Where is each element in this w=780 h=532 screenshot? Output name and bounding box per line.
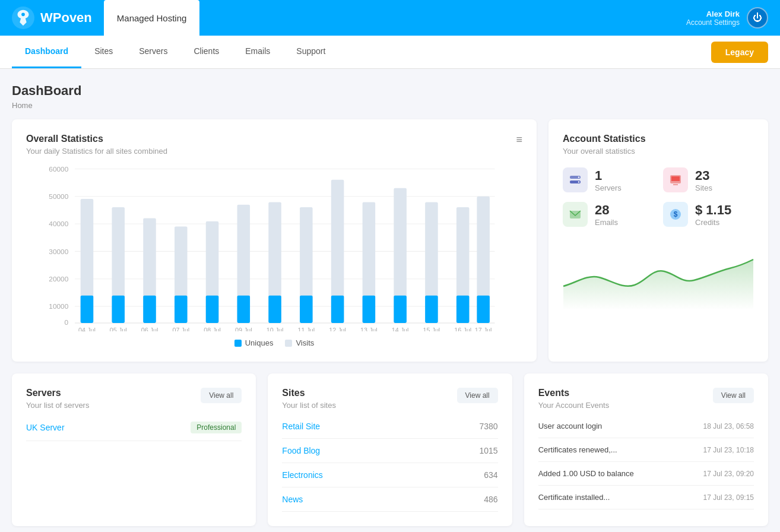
nav-tabs: Dashboard Sites Servers Clients Emails S… xyxy=(12,36,338,68)
svg-text:11 Jul: 11 Jul xyxy=(298,327,315,331)
overall-stats-subtitle: Your daily Statistics for all sites comb… xyxy=(26,147,167,156)
emails-label: Emails xyxy=(595,218,618,227)
legacy-button[interactable]: Legacy xyxy=(711,42,768,63)
tab-support[interactable]: Support xyxy=(283,36,338,68)
site-link-retail[interactable]: Retail Site xyxy=(282,422,320,431)
event-time-login: 18 Jul 23, 06:58 xyxy=(703,422,754,430)
site-count-news: 486 xyxy=(484,495,497,504)
stat-emails: 28 Emails xyxy=(563,202,654,227)
svg-text:30000: 30000 xyxy=(49,248,68,256)
tab-servers[interactable]: Servers xyxy=(126,36,180,68)
sites-count: 23 xyxy=(695,168,712,183)
svg-text:60000: 60000 xyxy=(49,165,68,173)
credits-stat-info: $ 1.15 Credits xyxy=(695,202,731,227)
svg-rect-26 xyxy=(175,296,188,323)
svg-rect-41 xyxy=(331,296,344,323)
site-link-news[interactable]: News xyxy=(282,495,303,504)
server-badge-professional: Professional xyxy=(191,422,242,433)
breadcrumb: Home xyxy=(12,101,768,110)
svg-text:40000: 40000 xyxy=(49,220,68,228)
svg-text:16 Jul: 16 Jul xyxy=(454,327,471,331)
svg-text:13 Jul: 13 Jul xyxy=(360,327,378,331)
svg-rect-50 xyxy=(425,296,438,323)
event-time-usd: 17 Jul 23, 09:20 xyxy=(703,470,754,478)
logo-area: WPoven Managed Hosting xyxy=(12,0,199,36)
chart-legend: Uniques Visits xyxy=(26,338,522,347)
chart-menu-icon[interactable]: ≡ xyxy=(516,134,522,146)
event-text-cert-install: Certificate installed... xyxy=(538,493,610,502)
servers-icon xyxy=(563,167,588,192)
site-link-electronics[interactable]: Electronics xyxy=(282,470,322,480)
legend-visits: Visits xyxy=(285,338,314,347)
servers-subtitle: Your list of servers xyxy=(26,401,89,410)
svg-point-61 xyxy=(578,181,579,182)
emails-icon xyxy=(563,202,588,227)
tab-clients[interactable]: Clients xyxy=(180,36,232,68)
account-stats-subtitle: Your overall statistics xyxy=(563,147,754,156)
managed-hosting-tab[interactable]: Managed Hosting xyxy=(104,0,200,36)
servers-view-all-button[interactable]: View all xyxy=(201,388,242,403)
site-item-food: Food Blog 1015 xyxy=(282,439,497,463)
events-title-area: Events Your Account Events xyxy=(538,388,610,410)
svg-rect-17 xyxy=(81,296,94,323)
site-item-news: News 486 xyxy=(282,487,497,512)
servers-count: 1 xyxy=(595,168,622,183)
servers-title: Servers xyxy=(26,388,89,398)
logo-text: WPoven xyxy=(40,10,92,26)
events-section-header: Events Your Account Events View all xyxy=(538,388,754,410)
svg-text:50000: 50000 xyxy=(49,192,68,201)
svg-text:08 Jul: 08 Jul xyxy=(204,327,221,331)
sites-section-header: Sites Your list of sites View all xyxy=(282,388,497,410)
account-settings-link[interactable]: Account Settings xyxy=(686,18,740,27)
account-chart xyxy=(563,239,754,310)
svg-text:06 Jul: 06 Jul xyxy=(141,327,158,331)
event-item-login: User account login 18 Jul 23, 06:58 xyxy=(538,414,754,438)
site-count-electronics: 634 xyxy=(484,470,497,480)
tab-dashboard[interactable]: Dashboard xyxy=(12,36,81,68)
svg-text:0: 0 xyxy=(65,318,69,327)
credits-label: Credits xyxy=(695,218,731,227)
tab-sites[interactable]: Sites xyxy=(81,36,126,68)
sites-stat-info: 23 Sites xyxy=(695,168,712,192)
svg-rect-20 xyxy=(112,296,125,323)
svg-rect-38 xyxy=(300,296,313,323)
event-time-cert-install: 17 Jul 23, 09:15 xyxy=(703,493,754,502)
user-info: Alex Dirk Account Settings xyxy=(686,10,740,27)
bottom-grid: Servers Your list of servers View all UK… xyxy=(12,373,768,526)
events-view-all-button[interactable]: View all xyxy=(713,388,754,403)
user-area: Alex Dirk Account Settings ⏻ xyxy=(686,7,768,28)
svg-rect-44 xyxy=(363,296,376,323)
svg-text:20000: 20000 xyxy=(49,275,68,283)
svg-rect-32 xyxy=(237,296,251,323)
server-link-uk[interactable]: UK Server xyxy=(26,423,65,432)
page-title: DashBoard xyxy=(12,83,768,99)
svg-text:04 Jul: 04 Jul xyxy=(78,327,96,331)
event-item-certs: Certificates renewed,... 17 Jul 23, 10:1… xyxy=(538,438,754,462)
svg-text:17 Jul: 17 Jul xyxy=(475,327,492,331)
svg-rect-23 xyxy=(143,296,156,323)
sites-view-all-button[interactable]: View all xyxy=(457,388,498,403)
svg-rect-56 xyxy=(477,296,490,323)
credits-icon: $ xyxy=(663,202,688,227)
svg-text:15 Jul: 15 Jul xyxy=(423,327,440,331)
sites-icon xyxy=(663,167,688,192)
servers-section-header: Servers Your list of servers View all xyxy=(26,388,242,410)
power-button[interactable]: ⏻ xyxy=(747,7,768,28)
stats-grid: 1 Servers 23 Sites xyxy=(563,167,754,227)
servers-title-area: Servers Your list of servers xyxy=(26,388,89,410)
account-statistics-card: Account Statistics Your overall statisti… xyxy=(548,119,768,362)
sites-card: Sites Your list of sites View all Retail… xyxy=(268,373,512,526)
emails-count: 28 xyxy=(595,202,618,218)
site-count-retail: 7380 xyxy=(480,422,498,431)
site-link-food[interactable]: Food Blog xyxy=(282,446,320,455)
account-stats-title: Account Statistics xyxy=(563,134,754,144)
chart-container: 60000 50000 40000 30000 20000 10000 0 xyxy=(26,165,522,331)
site-count-food: 1015 xyxy=(480,446,498,455)
events-title: Events xyxy=(538,388,610,398)
overall-stats-title-area: Overall Statistics Your daily Statistics… xyxy=(26,134,167,156)
tab-emails[interactable]: Emails xyxy=(232,36,283,68)
svg-rect-64 xyxy=(673,184,678,185)
event-item-cert-install: Certificate installed... 17 Jul 23, 09:1… xyxy=(538,486,754,509)
svg-text:14 Jul: 14 Jul xyxy=(392,327,409,331)
event-text-login: User account login xyxy=(538,422,603,430)
